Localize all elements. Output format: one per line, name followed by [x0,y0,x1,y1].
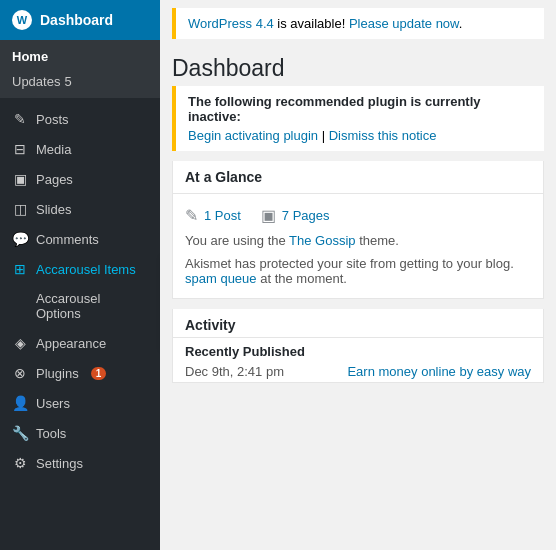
sidebar-item-home[interactable]: Home [0,44,160,69]
settings-icon: ⚙ [12,455,28,471]
appearance-icon: ◈ [12,335,28,351]
sidebar-item-accarousel-items[interactable]: ⊞ Accarousel Items Accarousel Items Add … [0,254,160,284]
dismiss-notice-link[interactable]: Dismiss this notice [329,128,437,143]
wp-logo-icon: W [12,10,32,30]
activity-header: Activity [173,309,543,338]
posts-icon: ✎ [12,111,28,127]
sidebar-item-accarousel-options[interactable]: Accarousel Options [0,284,160,328]
sidebar-item-settings[interactable]: ⚙ Settings [0,448,160,478]
activity-link[interactable]: Earn money online by easy way [347,364,531,379]
page-title: Dashboard [160,47,556,86]
sidebar-item-media-label: Media [36,142,71,157]
sidebar-item-plugins[interactable]: ⊗ Plugins 1 [0,358,160,388]
begin-activating-link[interactable]: Begin activating plugin [188,128,318,143]
sidebar-item-updates[interactable]: Updates 5 [0,69,160,94]
sidebar-item-users-label: Users [36,396,70,411]
theme-suffix: theme. [359,233,399,248]
sidebar-item-accarousel-items-label: Accarousel Items [36,262,136,277]
sidebar-item-users[interactable]: 👤 Users [0,388,160,418]
notice-separator: | [322,128,329,143]
spam-queue-text: at the moment. [260,271,347,286]
pages-icon: ▣ [12,171,28,187]
home-section: Home Updates 5 [0,40,160,98]
slides-icon: ◫ [12,201,28,217]
sidebar-item-appearance-label: Appearance [36,336,106,351]
sidebar-item-comments-label: Comments [36,232,99,247]
at-a-glance-header: At a Glance [173,161,543,194]
pages-count-link[interactable]: 7 Pages [282,208,330,223]
update-notice: WordPress 4.4 is available! Please updat… [172,8,544,39]
activity-date: Dec 9th, 2:41 pm [185,364,284,379]
pages-count-icon: ▣ [261,206,276,225]
updates-label: Updates [12,74,60,89]
sidebar-item-appearance[interactable]: ◈ Appearance [0,328,160,358]
plugin-notice-text: The following recommended plugin is curr… [188,94,532,124]
theme-line: You are using the The Gossip theme. [185,229,531,252]
media-icon: ⊟ [12,141,28,157]
at-a-glance-body: ✎ 1 Post ▣ 7 Pages You are using the The… [173,194,543,298]
sidebar-item-accarousel-options-label: Accarousel Options [36,291,148,321]
accarousel-items-icon: ⊞ [12,261,28,277]
plugins-badge: 1 [91,367,107,380]
glance-posts: ✎ 1 Post [185,206,241,225]
sidebar-item-pages-label: Pages [36,172,73,187]
theme-link[interactable]: The Gossip [289,233,355,248]
updates-badge: 5 [64,74,71,89]
sidebar-item-media[interactable]: ⊟ Media [0,134,160,164]
glance-stats-row: ✎ 1 Post ▣ 7 Pages [185,202,531,229]
tools-icon: 🔧 [12,425,28,441]
please-update-link[interactable]: Please update now [349,16,459,31]
sidebar-nav: ✎ Posts ⊟ Media ▣ Pages ◫ Slides 💬 Comme… [0,98,160,484]
main-content: WordPress 4.4 is available! Please updat… [160,0,556,550]
plugin-notice: The following recommended plugin is curr… [172,86,544,151]
activity-card: Activity Recently Published Dec 9th, 2:4… [172,309,544,383]
post-count-link[interactable]: 1 Post [204,208,241,223]
sidebar-item-settings-label: Settings [36,456,83,471]
plugins-icon: ⊗ [12,365,28,381]
sidebar-item-tools-label: Tools [36,426,66,441]
glance-pages: ▣ 7 Pages [261,206,330,225]
comments-icon: 💬 [12,231,28,247]
spam-text2: getting to your blog. [400,256,514,271]
sidebar-item-posts-label: Posts [36,112,69,127]
sidebar: W Dashboard Home Updates 5 ✎ Posts ⊟ Med… [0,0,160,550]
wordpress-version-link[interactable]: WordPress 4.4 [188,16,274,31]
activity-item: Dec 9th, 2:41 pm Earn money online by ea… [173,361,543,382]
sidebar-item-posts[interactable]: ✎ Posts [0,104,160,134]
update-notice-text: is available! [274,16,349,31]
theme-text: You are using the [185,233,286,248]
post-count-icon: ✎ [185,206,198,225]
sidebar-header-title: Dashboard [40,12,113,28]
sidebar-header[interactable]: W Dashboard [0,0,160,40]
users-icon: 👤 [12,395,28,411]
sidebar-item-comments[interactable]: 💬 Comments [0,224,160,254]
sidebar-item-slides-label: Slides [36,202,71,217]
sidebar-item-slides[interactable]: ◫ Slides [0,194,160,224]
sidebar-item-plugins-label: Plugins [36,366,79,381]
recently-published-header: Recently Published [173,338,543,361]
sidebar-item-tools[interactable]: 🔧 Tools [0,418,160,448]
spam-line: Akismet has protected your site from get… [185,252,531,290]
spam-text1: Akismet has protected your site from [185,256,396,271]
at-a-glance-card: At a Glance ✎ 1 Post ▣ 7 Pages You are u… [172,161,544,299]
spam-queue-link[interactable]: spam queue [185,271,257,286]
sidebar-item-pages[interactable]: ▣ Pages [0,164,160,194]
